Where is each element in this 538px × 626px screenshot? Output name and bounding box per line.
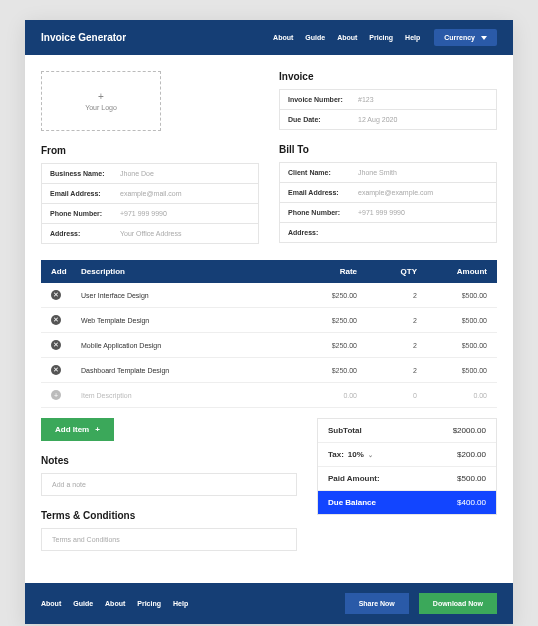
footer-nav: About Guide About Pricing Help [41,600,188,607]
row-rate[interactable]: $250.00 [287,292,357,299]
row-desc[interactable]: Mobile Application Design [81,342,287,349]
totals-box: SubTotal$2000.00 Tax: 10% ⌄$200.00 Paid … [317,418,497,515]
due-date-label: Due Date: [288,116,358,123]
from-business-input[interactable]: Jhone Doe [120,170,250,177]
tax-value: $200.00 [416,450,486,459]
row-rate[interactable]: $250.00 [287,317,357,324]
client-name-label: Client Name: [288,169,358,176]
notes-input[interactable]: Add a note [41,473,297,496]
from-fields: Business Name:Jhone Doe Email Address:ex… [41,163,259,244]
invoice-number-label: Invoice Number: [288,96,358,103]
main-content: + Your Logo From Business Name:Jhone Doe… [25,55,513,567]
table-row: ✕User Interface Design$250.002$500.00 [41,283,497,308]
from-address-input[interactable]: Your Office Address [120,230,250,237]
paid-value[interactable]: $500.00 [416,474,486,483]
row-desc[interactable]: Web Template Design [81,317,287,324]
row-rate[interactable]: $250.00 [287,342,357,349]
table-row: ✕Dashboard Template Design$250.002$500.0… [41,358,497,383]
billto-title: Bill To [279,144,497,155]
add-row-icon[interactable]: + [51,390,61,400]
footer-guide[interactable]: Guide [73,600,93,607]
client-email-label: Email Address: [288,189,358,196]
download-button[interactable]: Download Now [419,593,497,614]
remove-row-icon[interactable]: ✕ [51,340,61,350]
row-rate[interactable]: $250.00 [287,367,357,374]
billto-fields: Client Name:Jhone Smith Email Address:ex… [279,162,497,243]
terms-input[interactable]: Terms and Conditions [41,528,297,551]
nav-pricing[interactable]: Pricing [369,34,393,41]
from-phone-input[interactable]: +971 999 9990 [120,210,250,217]
terms-title: Terms & Conditions [41,510,297,521]
row-amount: $500.00 [417,367,487,374]
tax-label: Tax: 10% ⌄ [328,450,416,459]
client-address-label: Address: [288,229,358,236]
client-phone-input[interactable]: +971 999 9990 [358,209,488,216]
row-amount-placeholder: 0.00 [417,392,487,399]
nav-help[interactable]: Help [405,34,420,41]
nav-about-2[interactable]: About [337,34,357,41]
client-email-input[interactable]: example@example.com [358,189,488,196]
row-desc-placeholder[interactable]: Item Description [81,392,287,399]
items-table: Add Description Rate QTY Amount ✕User In… [41,260,497,408]
from-phone-label: Phone Number: [50,210,120,217]
chevron-down-icon [481,36,487,40]
remove-row-icon[interactable]: ✕ [51,290,61,300]
client-phone-label: Phone Number: [288,209,358,216]
due-date-input[interactable]: 12 Aug 2020 [358,116,488,123]
subtotal-label: SubTotal [328,426,416,435]
footer-pricing[interactable]: Pricing [137,600,161,607]
share-button[interactable]: Share Now [345,593,409,614]
table-row-placeholder: +Item Description0.0000.00 [41,383,497,408]
nav-guide[interactable]: Guide [305,34,325,41]
footer-about[interactable]: About [41,600,61,607]
remove-row-icon[interactable]: ✕ [51,365,61,375]
header-add: Add [51,267,81,276]
currency-label: Currency [444,34,475,41]
footer-bar: About Guide About Pricing Help Share Now… [25,583,513,624]
add-item-button[interactable]: Add Item+ [41,418,114,441]
app-container: Invoice Generator About Guide About Pric… [25,20,513,624]
table-row: ✕Web Template Design$250.002$500.00 [41,308,497,333]
chevron-down-icon[interactable]: ⌄ [368,451,373,458]
nav-about[interactable]: About [273,34,293,41]
plus-icon: + [98,91,104,102]
row-amount: $500.00 [417,342,487,349]
from-title: From [41,145,259,156]
top-bar: Invoice Generator About Guide About Pric… [25,20,513,55]
header-rate: Rate [287,267,357,276]
top-nav: About Guide About Pricing Help [273,34,420,41]
from-business-label: Business Name: [50,170,120,177]
logo-label: Your Logo [85,104,117,111]
logo-upload[interactable]: + Your Logo [41,71,161,131]
brand-title: Invoice Generator [41,32,126,43]
client-name-input[interactable]: Jhone Smith [358,169,488,176]
table-row: ✕Mobile Application Design$250.002$500.0… [41,333,497,358]
row-desc[interactable]: User Interface Design [81,292,287,299]
client-address-input[interactable] [358,229,488,236]
currency-dropdown[interactable]: Currency [434,29,497,46]
footer-help[interactable]: Help [173,600,188,607]
header-qty: QTY [357,267,417,276]
remove-row-icon[interactable]: ✕ [51,315,61,325]
row-qty[interactable]: 2 [357,342,417,349]
row-desc[interactable]: Dashboard Template Design [81,367,287,374]
row-rate-placeholder[interactable]: 0.00 [287,392,357,399]
row-qty-placeholder[interactable]: 0 [357,392,417,399]
paid-label: Paid Amount: [328,474,416,483]
header-amount: Amount [417,267,487,276]
plus-icon: + [95,425,100,434]
from-address-label: Address: [50,230,120,237]
row-qty[interactable]: 2 [357,317,417,324]
from-email-label: Email Address: [50,190,120,197]
notes-title: Notes [41,455,297,466]
footer-about-2[interactable]: About [105,600,125,607]
balance-label: Due Balance [328,498,416,507]
row-qty[interactable]: 2 [357,292,417,299]
table-header: Add Description Rate QTY Amount [41,260,497,283]
balance-value: $400.00 [416,498,486,507]
from-email-input[interactable]: example@mail.com [120,190,250,197]
row-amount: $500.00 [417,317,487,324]
header-desc: Description [81,267,287,276]
row-qty[interactable]: 2 [357,367,417,374]
invoice-number-input[interactable]: #123 [358,96,488,103]
